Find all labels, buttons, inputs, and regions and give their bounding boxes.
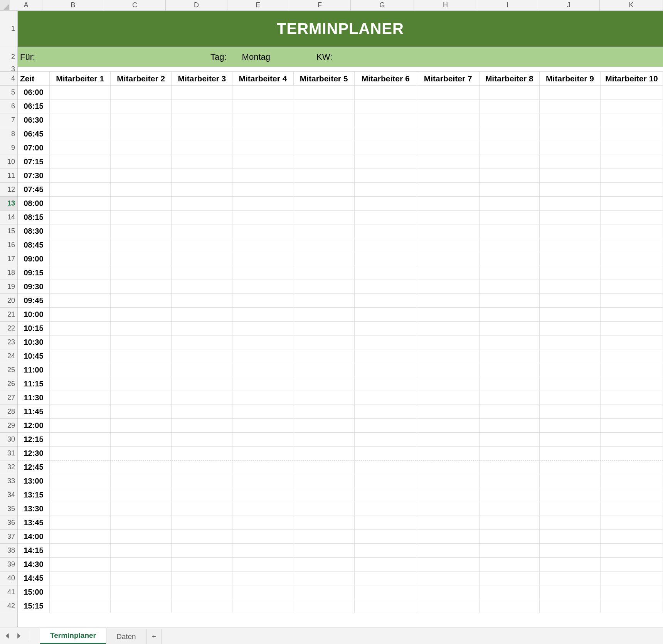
data-cell[interactable]	[172, 169, 232, 182]
data-cell[interactable]	[355, 599, 417, 613]
data-cell[interactable]	[417, 377, 480, 391]
data-cell[interactable]	[172, 280, 232, 293]
data-cell[interactable]	[293, 127, 354, 141]
data-cell[interactable]	[540, 197, 601, 210]
data-cell[interactable]	[111, 224, 172, 238]
data-cell[interactable]	[601, 488, 663, 502]
data-cell[interactable]	[355, 335, 417, 349]
data-cell[interactable]	[540, 211, 601, 224]
data-cell[interactable]	[172, 363, 232, 377]
data-cell[interactable]	[111, 211, 172, 224]
time-cell[interactable]: 06:00	[18, 86, 50, 99]
data-cell[interactable]	[111, 377, 172, 391]
data-cell[interactable]	[50, 266, 111, 280]
data-cell[interactable]	[50, 127, 111, 141]
time-cell[interactable]: 09:30	[18, 280, 50, 293]
data-cell[interactable]	[232, 211, 293, 224]
data-cell[interactable]	[232, 558, 293, 571]
data-cell[interactable]	[417, 86, 480, 99]
data-cell[interactable]	[417, 238, 480, 252]
data-cell[interactable]	[355, 280, 417, 293]
time-cell[interactable]: 10:45	[18, 349, 50, 363]
data-cell[interactable]	[540, 544, 601, 557]
row-header-18[interactable]: 18	[0, 266, 17, 280]
data-cell[interactable]	[111, 252, 172, 266]
data-cell[interactable]	[601, 141, 663, 155]
data-cell[interactable]	[480, 391, 540, 405]
row-header-28[interactable]: 28	[0, 405, 17, 419]
data-cell[interactable]	[232, 127, 293, 141]
data-cell[interactable]	[480, 127, 540, 141]
data-cell[interactable]	[355, 127, 417, 141]
data-cell[interactable]	[172, 86, 232, 99]
data-cell[interactable]	[417, 558, 480, 571]
data-cell[interactable]	[540, 224, 601, 238]
data-cell[interactable]	[111, 502, 172, 516]
data-cell[interactable]	[172, 349, 232, 363]
data-cell[interactable]	[540, 86, 601, 99]
data-cell[interactable]	[50, 238, 111, 252]
data-cell[interactable]	[355, 488, 417, 502]
data-cell[interactable]	[355, 530, 417, 543]
row-header-39[interactable]: 39	[0, 558, 17, 572]
data-cell[interactable]	[355, 544, 417, 557]
data-cell[interactable]	[601, 349, 663, 363]
data-cell[interactable]	[50, 322, 111, 335]
data-cell[interactable]	[293, 488, 354, 502]
data-cell[interactable]	[293, 391, 354, 405]
data-cell[interactable]	[111, 113, 172, 127]
data-cell[interactable]	[540, 252, 601, 266]
data-cell[interactable]	[232, 197, 293, 210]
header-cell-0[interactable]: Zeit	[18, 72, 50, 85]
data-cell[interactable]	[111, 363, 172, 377]
tab-daten[interactable]: Daten	[106, 629, 146, 644]
data-cell[interactable]	[417, 113, 480, 127]
data-cell[interactable]	[172, 433, 232, 446]
data-cell[interactable]	[172, 488, 232, 502]
row-header-32[interactable]: 32	[0, 460, 17, 474]
column-header-F[interactable]: F	[289, 0, 351, 10]
time-cell[interactable]: 07:45	[18, 183, 50, 196]
data-cell[interactable]	[172, 155, 232, 169]
row-header-3[interactable]: 3	[0, 67, 17, 72]
data-cell[interactable]	[601, 252, 663, 266]
data-cell[interactable]	[172, 238, 232, 252]
row-header-7[interactable]: 7	[0, 113, 17, 127]
data-cell[interactable]	[355, 238, 417, 252]
data-cell[interactable]	[540, 572, 601, 585]
data-cell[interactable]	[50, 377, 111, 391]
data-cell[interactable]	[172, 252, 232, 266]
data-cell[interactable]	[111, 141, 172, 155]
data-cell[interactable]	[232, 391, 293, 405]
time-cell[interactable]: 14:15	[18, 544, 50, 557]
data-cell[interactable]	[601, 516, 663, 529]
data-cell[interactable]	[480, 599, 540, 613]
data-cell[interactable]	[417, 127, 480, 141]
data-cell[interactable]	[417, 155, 480, 169]
data-cell[interactable]	[540, 530, 601, 543]
data-cell[interactable]	[111, 294, 172, 307]
row-header-25[interactable]: 25	[0, 363, 17, 377]
time-cell[interactable]: 13:30	[18, 502, 50, 516]
time-cell[interactable]: 14:45	[18, 572, 50, 585]
data-cell[interactable]	[172, 224, 232, 238]
data-cell[interactable]	[480, 99, 540, 113]
data-cell[interactable]	[601, 266, 663, 280]
data-cell[interactable]	[50, 99, 111, 113]
data-cell[interactable]	[540, 419, 601, 432]
data-cell[interactable]	[601, 155, 663, 169]
time-cell[interactable]: 07:00	[18, 141, 50, 155]
row-header-27[interactable]: 27	[0, 391, 17, 405]
data-cell[interactable]	[293, 99, 354, 113]
data-cell[interactable]	[355, 558, 417, 571]
data-cell[interactable]	[601, 544, 663, 557]
time-cell[interactable]: 06:30	[18, 113, 50, 127]
data-cell[interactable]	[540, 294, 601, 307]
data-cell[interactable]	[480, 169, 540, 182]
row-header-40[interactable]: 40	[0, 572, 17, 585]
grid[interactable]: TERMINPLANERFür:Tag:MontagKW:ZeitMitarbe…	[18, 11, 663, 627]
data-cell[interactable]	[480, 349, 540, 363]
data-cell[interactable]	[540, 377, 601, 391]
data-cell[interactable]	[540, 308, 601, 321]
data-cell[interactable]	[50, 141, 111, 155]
